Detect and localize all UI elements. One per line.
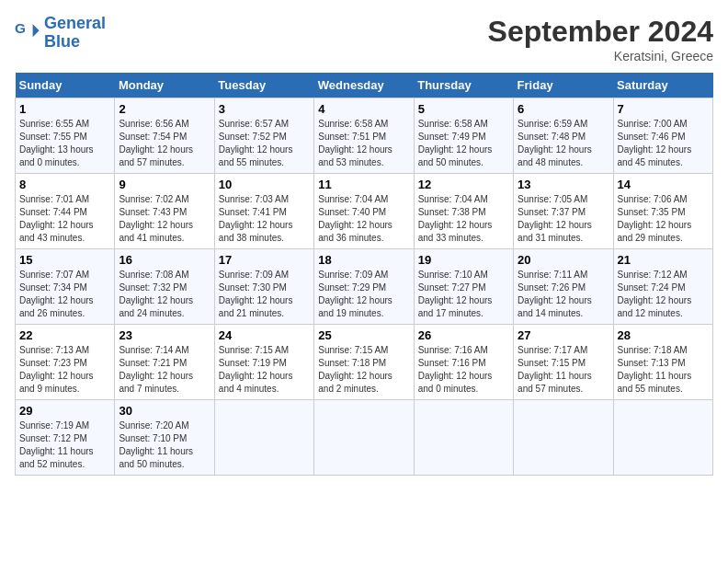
svg-marker-1 [33,24,40,37]
day-number: 3 [219,102,310,116]
day-number: 7 [618,102,709,116]
day-info: Sunrise: 6:59 AM Sunset: 7:48 PM Dayligh… [518,118,609,169]
day-header-saturday: Saturday [613,73,712,98]
calendar-cell: 26Sunrise: 7:16 AM Sunset: 7:16 PM Dayli… [414,325,513,400]
calendar-cell: 30Sunrise: 7:20 AM Sunset: 7:10 PM Dayli… [115,400,214,476]
day-header-thursday: Thursday [414,73,513,98]
day-number: 1 [19,102,110,116]
calendar-row-3: 15Sunrise: 7:07 AM Sunset: 7:34 PM Dayli… [16,249,713,325]
day-info: Sunrise: 7:16 AM Sunset: 7:16 PM Dayligh… [418,344,509,396]
day-number: 23 [119,328,210,342]
day-info: Sunrise: 7:10 AM Sunset: 7:27 PM Dayligh… [418,269,509,320]
calendar-cell [613,400,712,476]
calendar-cell: 4Sunrise: 6:58 AM Sunset: 7:51 PM Daylig… [314,98,414,174]
calendar-cell [214,400,313,476]
calendar-cell [514,400,613,476]
day-number: 17 [219,253,310,267]
day-info: Sunrise: 7:15 AM Sunset: 7:18 PM Dayligh… [318,344,409,396]
day-info: Sunrise: 7:07 AM Sunset: 7:34 PM Dayligh… [19,269,110,320]
day-info: Sunrise: 7:08 AM Sunset: 7:32 PM Dayligh… [119,269,210,320]
day-info: Sunrise: 7:13 AM Sunset: 7:23 PM Dayligh… [19,344,110,396]
day-info: Sunrise: 7:09 AM Sunset: 7:30 PM Dayligh… [219,269,310,320]
calendar-cell: 17Sunrise: 7:09 AM Sunset: 7:30 PM Dayli… [214,249,313,325]
calendar-cell: 2Sunrise: 6:56 AM Sunset: 7:54 PM Daylig… [115,98,214,174]
logo: G General Blue [15,15,106,52]
calendar-cell: 11Sunrise: 7:04 AM Sunset: 7:40 PM Dayli… [314,174,414,249]
day-header-sunday: Sunday [16,73,115,98]
day-number: 30 [119,404,210,418]
calendar-cell: 14Sunrise: 7:06 AM Sunset: 7:35 PM Dayli… [613,174,712,249]
day-info: Sunrise: 7:12 AM Sunset: 7:24 PM Dayligh… [618,269,709,320]
calendar-cell: 13Sunrise: 7:05 AM Sunset: 7:37 PM Dayli… [514,174,613,249]
calendar-cell: 5Sunrise: 6:58 AM Sunset: 7:49 PM Daylig… [414,98,513,174]
day-info: Sunrise: 7:01 AM Sunset: 7:44 PM Dayligh… [19,193,110,245]
day-info: Sunrise: 7:00 AM Sunset: 7:46 PM Dayligh… [618,118,709,169]
day-number: 10 [219,178,310,191]
day-info: Sunrise: 7:03 AM Sunset: 7:41 PM Dayligh… [219,193,310,245]
day-header-friday: Friday [514,73,613,98]
logo-line2: Blue [44,32,80,51]
day-number: 4 [318,102,409,116]
day-number: 9 [119,178,210,191]
day-info: Sunrise: 7:11 AM Sunset: 7:26 PM Dayligh… [518,269,609,320]
calendar-cell: 7Sunrise: 7:00 AM Sunset: 7:46 PM Daylig… [613,98,712,174]
day-number: 5 [418,102,509,116]
calendar-header: SundayMondayTuesdayWednesdayThursdayFrid… [16,73,713,98]
logo-text: General Blue [44,15,106,52]
month-title: September 2024 [488,15,713,49]
logo-icon: G [15,20,40,46]
day-number: 15 [19,253,110,267]
day-info: Sunrise: 6:58 AM Sunset: 7:51 PM Dayligh… [318,118,409,169]
day-number: 2 [119,102,210,116]
day-info: Sunrise: 7:20 AM Sunset: 7:10 PM Dayligh… [119,419,210,471]
calendar-cell [414,400,513,476]
calendar-cell: 21Sunrise: 7:12 AM Sunset: 7:24 PM Dayli… [613,249,712,325]
title-block: September 2024 Keratsini, Greece [488,15,713,63]
calendar-cell: 10Sunrise: 7:03 AM Sunset: 7:41 PM Dayli… [214,174,313,249]
calendar-cell: 15Sunrise: 7:07 AM Sunset: 7:34 PM Dayli… [16,249,115,325]
calendar-cell: 1Sunrise: 6:55 AM Sunset: 7:55 PM Daylig… [16,98,115,174]
day-number: 8 [19,178,110,191]
calendar-cell: 19Sunrise: 7:10 AM Sunset: 7:27 PM Dayli… [414,249,513,325]
calendar-cell: 12Sunrise: 7:04 AM Sunset: 7:38 PM Dayli… [414,174,513,249]
calendar-cell: 16Sunrise: 7:08 AM Sunset: 7:32 PM Dayli… [115,249,214,325]
day-header-wednesday: Wednesday [314,73,414,98]
day-number: 26 [418,328,509,342]
day-number: 19 [418,253,509,267]
calendar-cell: 20Sunrise: 7:11 AM Sunset: 7:26 PM Dayli… [514,249,613,325]
calendar-cell: 18Sunrise: 7:09 AM Sunset: 7:29 PM Dayli… [314,249,414,325]
day-header-tuesday: Tuesday [214,73,313,98]
calendar-row-1: 1Sunrise: 6:55 AM Sunset: 7:55 PM Daylig… [16,98,713,174]
day-info: Sunrise: 7:14 AM Sunset: 7:21 PM Dayligh… [119,344,210,396]
location: Keratsini, Greece [488,49,713,63]
calendar-row-2: 8Sunrise: 7:01 AM Sunset: 7:44 PM Daylig… [16,174,713,249]
calendar-row-4: 22Sunrise: 7:13 AM Sunset: 7:23 PM Dayli… [16,325,713,400]
day-number: 14 [618,178,709,191]
calendar-cell: 25Sunrise: 7:15 AM Sunset: 7:18 PM Dayli… [314,325,414,400]
calendar-cell: 6Sunrise: 6:59 AM Sunset: 7:48 PM Daylig… [514,98,613,174]
day-number: 25 [318,328,409,342]
day-info: Sunrise: 7:15 AM Sunset: 7:19 PM Dayligh… [219,344,310,396]
calendar-cell: 28Sunrise: 7:18 AM Sunset: 7:13 PM Dayli… [613,325,712,400]
calendar-row-5: 29Sunrise: 7:19 AM Sunset: 7:12 PM Dayli… [16,400,713,476]
calendar-cell: 9Sunrise: 7:02 AM Sunset: 7:43 PM Daylig… [115,174,214,249]
calendar-cell: 8Sunrise: 7:01 AM Sunset: 7:44 PM Daylig… [16,174,115,249]
day-number: 11 [318,178,409,191]
calendar-cell: 27Sunrise: 7:17 AM Sunset: 7:15 PM Dayli… [514,325,613,400]
page-header: G General Blue September 2024 Keratsini,… [15,15,713,63]
day-info: Sunrise: 6:57 AM Sunset: 7:52 PM Dayligh… [219,118,310,169]
calendar-cell: 23Sunrise: 7:14 AM Sunset: 7:21 PM Dayli… [115,325,214,400]
day-number: 12 [418,178,509,191]
day-info: Sunrise: 7:17 AM Sunset: 7:15 PM Dayligh… [518,344,609,396]
day-info: Sunrise: 7:19 AM Sunset: 7:12 PM Dayligh… [19,419,110,471]
day-info: Sunrise: 7:18 AM Sunset: 7:13 PM Dayligh… [618,344,709,396]
svg-text:G: G [15,20,26,36]
calendar-cell: 3Sunrise: 6:57 AM Sunset: 7:52 PM Daylig… [214,98,313,174]
logo-line1: General [44,14,106,32]
calendar-cell: 22Sunrise: 7:13 AM Sunset: 7:23 PM Dayli… [16,325,115,400]
calendar-cell [314,400,414,476]
day-number: 22 [19,328,110,342]
day-info: Sunrise: 7:02 AM Sunset: 7:43 PM Dayligh… [119,193,210,245]
day-info: Sunrise: 7:05 AM Sunset: 7:37 PM Dayligh… [518,193,609,245]
day-number: 18 [318,253,409,267]
